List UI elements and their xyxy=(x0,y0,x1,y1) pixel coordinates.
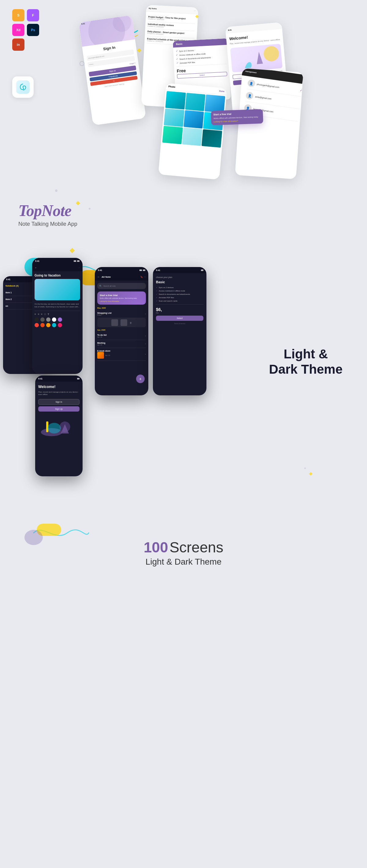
deco-bottom-purple xyxy=(25,530,43,545)
color-orange[interactable] xyxy=(46,323,51,327)
dark-feature-4: ✓ Annotate PDF files xyxy=(156,297,203,299)
dark-trial-link[interactable]: Looking for more information xyxy=(100,300,143,302)
signin-screen: 9:41 Sign In phuonganh@gmail.com •••••••… xyxy=(79,15,146,125)
color-cyan[interactable] xyxy=(52,323,56,327)
trial-popup-link[interactable]: Looking for more information? xyxy=(214,120,260,123)
account-email-1: phuonganh@gmail.com xyxy=(257,83,279,88)
color-purple[interactable] xyxy=(58,317,62,322)
dark-illustration xyxy=(38,414,80,439)
photo-cell-4 xyxy=(164,108,184,127)
status-icons-4 xyxy=(139,270,145,271)
avatar-2: 👤 xyxy=(246,92,254,100)
dark-plan-price-area: $6, free Select xyxy=(156,304,203,321)
section-may: May, 2020 xyxy=(97,307,146,309)
deco-circle-1 xyxy=(80,61,84,66)
in-label: in xyxy=(17,43,20,46)
active-check-1: ✓ xyxy=(300,88,303,92)
dark-feature-5: ✓ Scan and search cards xyxy=(156,300,203,302)
dark-fab-4[interactable]: + xyxy=(136,375,145,383)
section-apr: Apr, 2020 xyxy=(97,329,146,331)
light-dark-label: Light &Dark Theme xyxy=(269,346,342,377)
editor-toolbar-bottom: ≡ ≡ ≡ □ T xyxy=(34,311,80,327)
bottom-theme-label: Light & Dark Theme xyxy=(0,557,367,567)
allnote-title: All Note xyxy=(102,276,111,278)
color-orange-red[interactable] xyxy=(40,323,45,327)
color-row-1 xyxy=(34,317,80,322)
svg-point-2 xyxy=(263,45,280,62)
editor-title: Going to Vacation xyxy=(34,274,80,277)
welcome-illustration xyxy=(230,44,283,73)
may-note-1: Shopping List Friday › xyxy=(97,310,146,318)
allnote-nav-bar: ← All Note 🔖 ··· xyxy=(95,273,148,280)
tool-icons-group: S F Xd Ps in xyxy=(12,9,43,51)
photo-cell-9 xyxy=(201,129,222,148)
format-tools: ≡ ≡ ≡ □ T xyxy=(34,313,80,316)
screens-count: 100 xyxy=(144,539,168,555)
dot-1 xyxy=(55,189,57,192)
color-white[interactable] xyxy=(52,317,56,322)
dark-phone-allnote: 9:41 ← All Note 🔖 ··· 🔍 Search all note xyxy=(95,267,148,395)
screens-area: 9:41 Sign In phuonganh@gmail.com •••••••… xyxy=(80,0,367,195)
dark-trial-title: Start a free trial xyxy=(100,294,143,297)
status-bar-5: 9:41 xyxy=(153,267,206,273)
apr-note-2: Meeting Apr, 15 › xyxy=(97,340,146,348)
color-dark-gray[interactable] xyxy=(40,317,45,322)
dot-3 xyxy=(304,467,306,469)
dark-feature-1: ✓ Sync on 2 devices xyxy=(156,286,203,288)
status-icons-2 xyxy=(74,260,80,262)
plan-dark-name: Basic xyxy=(156,280,203,284)
account-email-2: anita@gmail.com xyxy=(255,95,272,100)
trial-popup: Start a free trial Works offline with un… xyxy=(211,109,263,125)
app-name: TopNote xyxy=(18,202,349,220)
light-dark-title: Light &Dark Theme xyxy=(269,346,342,377)
app-tagline: Note Talking Mobile App xyxy=(18,221,349,227)
photo-cell-7 xyxy=(162,126,182,144)
dark-welcome-subtitle: Plan, record and manage projects on any … xyxy=(38,391,80,396)
color-black[interactable] xyxy=(34,317,39,322)
photo-cell-8 xyxy=(182,127,202,146)
color-red[interactable] xyxy=(34,323,39,327)
bottom-section: 100 Screens Light & Dark Theme xyxy=(0,515,367,591)
photoshop-icon: Ps xyxy=(27,24,39,36)
dark-phone-plan: 9:41 choose your plan Basic ✓ Sync on 2 … xyxy=(153,267,206,395)
dark-phones-cluster: 9:41 Notebook (4) item 1 › xyxy=(0,252,214,502)
editor-image xyxy=(34,279,80,300)
app-icon-inner xyxy=(16,80,30,94)
color-gray[interactable] xyxy=(46,317,51,322)
color-row-2 xyxy=(34,323,80,327)
dark-plan-price: $6, xyxy=(156,307,203,312)
trial-popup-text: Works offline with unlimited devices. St… xyxy=(214,116,260,120)
apr-note-3: E-book store Apr, 10 › xyxy=(97,348,146,361)
dark-feature-2: ✓ Access notebook in offline mode xyxy=(156,290,203,292)
dark-signup-btn[interactable]: Sign Up xyxy=(38,406,80,411)
plan-choose-label: choose your plan xyxy=(156,276,203,278)
photo-cell-5 xyxy=(184,110,204,129)
signin-body: Sign In phuonganh@gmail.com •••••••• For… xyxy=(82,39,141,93)
ps-label: Ps xyxy=(31,28,35,32)
figma-icon: F xyxy=(27,9,39,21)
figma-label: F xyxy=(32,13,34,17)
dark-plan-free-label: free xyxy=(156,312,203,314)
app-icon xyxy=(12,76,34,98)
plan-dark-body: choose your plan Basic ✓ Sync on 2 devic… xyxy=(153,273,206,328)
allnote-body: 🔍 Search all note Start a free trial Wor… xyxy=(95,280,148,363)
welcome-time: 9:41 xyxy=(228,29,231,31)
dark-feature-3: ✓ Search in documents and attachments xyxy=(156,293,203,295)
apr-note-1: To do list Apr, 18 › xyxy=(97,332,146,340)
dark-signin-btn[interactable]: Sign In xyxy=(38,399,80,405)
status-icons-3 xyxy=(77,378,80,379)
dark-search-placeholder: Search all note xyxy=(103,285,116,287)
photo-cell-2 xyxy=(185,93,205,111)
dark-trial-text: Works offline with unlimited devices. St… xyxy=(100,297,143,300)
dark-phone-editor: 9:41 ← ··· Going to Vacation On the firs… xyxy=(32,258,83,374)
trial-popup-title: Start a free trial xyxy=(213,112,260,116)
avatar-1: 👤 xyxy=(247,79,255,87)
dark-trial-card: Start a free trial Works offline with un… xyxy=(97,291,146,305)
dark-select-btn[interactable]: Select xyxy=(156,316,203,321)
xd-icon: Xd xyxy=(12,24,25,36)
photo-screen: Photo Done xyxy=(158,83,227,180)
color-pink[interactable] xyxy=(58,323,62,327)
sketch-label: S xyxy=(17,13,19,17)
welcome-dark-body: Welcome! Plan, record and manage project… xyxy=(35,381,83,442)
dark-search-bar[interactable]: 🔍 Search all note xyxy=(97,283,146,289)
